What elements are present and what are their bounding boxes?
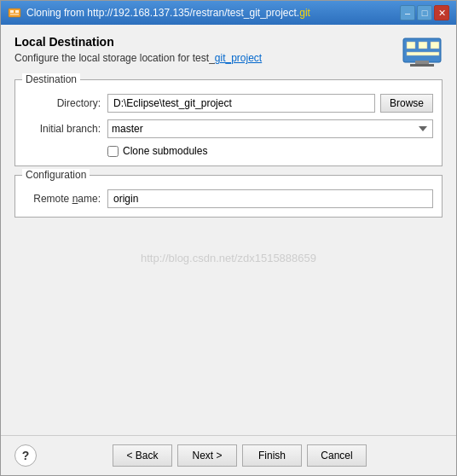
destination-group: Destination Directory: Browse Initial br… [14,79,443,166]
svg-rect-6 [419,42,427,49]
title-bar: Cloning from http://192.168.137.135/rest… [1,1,456,25]
header-text: Local Destination Configure the local st… [14,35,393,64]
directory-input[interactable] [107,94,375,113]
svg-rect-2 [15,10,19,13]
svg-rect-1 [10,10,14,13]
close-button[interactable]: ✕ [434,5,449,20]
dialog-footer: ? < Back Next > Finish Cancel [1,435,456,475]
header-icon [402,35,443,69]
remote-name-row: Remote name: [24,189,433,208]
destination-group-label: Destination [22,73,80,85]
branch-select[interactable]: master [107,119,433,138]
dialog-content: Local Destination Configure the local st… [1,25,456,435]
header-section: Local Destination Configure the local st… [14,35,443,69]
help-button[interactable]: ? [14,444,37,467]
footer-buttons: < Back Next > Finish Cancel [37,444,443,467]
watermark: http://blog.csdn.net/zdx1515888659 [14,235,443,282]
page-title: Local Destination [14,35,393,49]
svg-rect-3 [10,14,19,15]
next-button[interactable]: Next > [177,444,237,467]
svg-rect-10 [410,64,434,67]
clone-submodules-checkbox[interactable] [107,146,119,157]
svg-rect-8 [407,52,439,55]
svg-rect-9 [415,61,429,64]
configuration-group-label: Configuration [22,169,90,181]
maximize-button[interactable]: □ [417,5,432,20]
directory-row: Directory: Browse [24,94,433,113]
remote-name-label: Remote name: [24,193,101,205]
svg-rect-7 [431,42,439,49]
remote-name-input[interactable] [107,189,433,208]
clone-submodules-label: Clone submodules [123,145,207,157]
configuration-group: Configuration Remote name: [14,175,443,218]
cancel-button[interactable]: Cancel [307,444,367,467]
title-bar-controls: – □ ✕ [400,5,449,20]
main-window: Cloning from http://192.168.137.135/rest… [0,0,457,476]
title-bar-text: Cloning from http://192.168.137.135/rest… [26,7,400,19]
svg-rect-5 [407,42,415,49]
directory-label: Directory: [24,97,101,109]
branch-label: Initial branch: [24,123,101,135]
back-button[interactable]: < Back [113,444,172,467]
window-icon [8,6,21,20]
browse-button[interactable]: Browse [380,94,433,113]
minimize-button[interactable]: – [400,5,415,20]
branch-row: Initial branch: master [24,119,433,138]
header-description: Configure the local storage location for… [14,52,393,64]
clone-submodules-row: Clone submodules [24,145,433,157]
finish-button[interactable]: Finish [242,444,302,467]
